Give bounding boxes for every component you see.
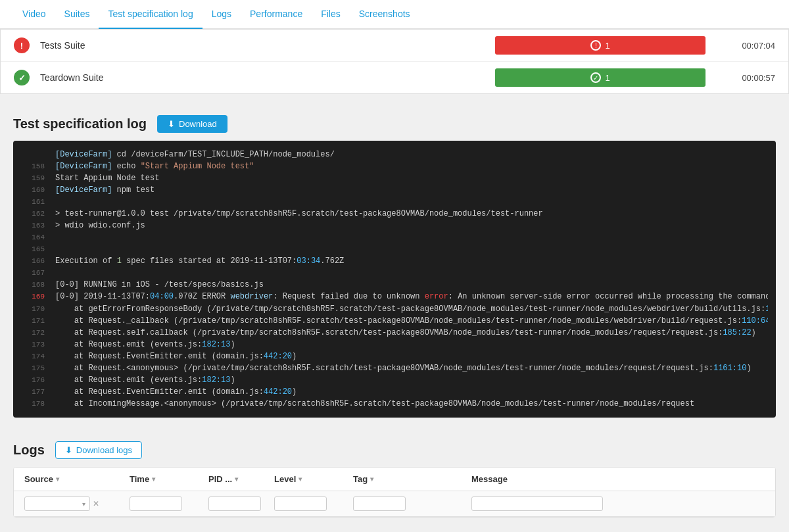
pid-filter-cell <box>208 496 274 511</box>
time-filter-cell <box>130 496 208 511</box>
code-line: 161 <box>13 196 776 208</box>
code-line: 177 at Request.EventEmitter.emit (domain… <box>13 386 776 398</box>
download-label: Download <box>179 119 217 129</box>
nav-files[interactable]: Files <box>312 0 350 29</box>
col-tag-header: Tag <box>353 474 471 484</box>
code-line: 159 Start Appium Node test <box>13 172 776 184</box>
code-line: 167 <box>13 267 776 279</box>
suite-bar-area: ✓ 1 <box>489 68 712 87</box>
download-logs-button[interactable]: ⬇ Download logs <box>55 441 142 459</box>
code-line: 170 at getErrorFromResponseBody (/privat… <box>13 302 776 315</box>
bar-success-icon: ✓ <box>590 72 601 83</box>
source-select-chevron <box>82 499 85 508</box>
suite-duration: 00:07:04 <box>723 41 775 51</box>
code-line: 171 at Request._callback (/private/tmp/s… <box>13 315 776 327</box>
top-nav: Video Suites Test specification log Logs… <box>0 0 789 29</box>
code-line: 176 at Request.emit (events.js:182:13) <box>13 374 776 386</box>
tag-filter-cell <box>353 496 471 511</box>
test-spec-log-title: Test specification log <box>13 116 147 132</box>
code-line: 166 Execution of 1 spec files started at… <box>13 255 776 267</box>
code-line: 168 [0-0] RUNNING in iOS - /test/specs/b… <box>13 279 776 291</box>
table-row: ! Tests Suite ! 1 00:07:04 <box>1 30 788 62</box>
code-line: 163 > wdio wdio.conf.js <box>13 220 776 231</box>
col-message-header: Message <box>471 474 765 484</box>
bar-error-icon: ! <box>590 40 601 51</box>
col-time-header: Time <box>130 474 208 484</box>
download-icon: ⬇ <box>168 119 175 129</box>
suite-bar-area: ! 1 <box>489 36 712 55</box>
logs-table-header: Source Time PID ... Level Tag Message <box>14 468 775 491</box>
bar-count: 1 <box>605 73 610 83</box>
nav-video[interactable]: Video <box>13 0 55 29</box>
pid-filter-input[interactable] <box>208 496 261 511</box>
spec-log-code-block: [DeviceFarm] cd /deviceFarm/TEST_INCLUDE… <box>13 141 776 418</box>
logs-title: Logs <box>13 443 45 458</box>
pid-sort-icon[interactable] <box>235 475 238 483</box>
error-icon: ! <box>14 37 30 53</box>
nav-performance[interactable]: Performance <box>241 0 312 29</box>
log-section-header: Test specification log ⬇ Download <box>13 115 776 133</box>
level-filter-cell <box>274 496 353 511</box>
code-line: 173 at Request.emit (events.js:182:13) <box>13 339 776 351</box>
logs-filter-row: ✕ <box>14 491 775 517</box>
nav-suites[interactable]: Suites <box>55 0 99 29</box>
logs-section-header: Logs ⬇ Download logs <box>13 441 776 459</box>
code-line: 178 at IncomingMessage.<anonymous> (/pri… <box>13 398 776 410</box>
code-line: 165 <box>13 243 776 255</box>
code-line: 160 [DeviceFarm] npm test <box>13 184 776 196</box>
message-filter-cell <box>471 496 765 511</box>
suite-table: ! Tests Suite ! 1 00:07:04 ✓ Teardown Su… <box>0 29 789 94</box>
suite-duration: 00:00:57 <box>723 73 775 83</box>
table-row: ✓ Teardown Suite ✓ 1 00:00:57 <box>1 62 788 93</box>
level-sort-icon[interactable] <box>299 475 302 483</box>
source-sort-icon[interactable] <box>56 475 59 483</box>
download-logs-icon: ⬇ <box>65 445 72 455</box>
col-source-header: Source <box>24 474 130 484</box>
col-level-header: Level <box>274 474 353 484</box>
code-line: 162 > test-runner@1.0.0 test /private/tm… <box>13 208 776 220</box>
col-pid-header: PID ... <box>208 474 274 484</box>
code-line: 172 at Request.self.callback (/private/t… <box>13 327 776 339</box>
nav-screenshots[interactable]: Screenshots <box>350 0 419 29</box>
code-line: 158 [DeviceFarm] echo "Start Appium Node… <box>13 160 776 172</box>
suite-name: Tests Suite <box>40 40 478 51</box>
suite-name: Teardown Suite <box>40 72 478 83</box>
test-spec-log-section: Test specification log ⬇ Download [Devic… <box>0 105 789 431</box>
level-filter-input[interactable] <box>274 496 327 511</box>
code-line: 174 at Request.EventEmitter.emit (domain… <box>13 351 776 362</box>
success-bar: ✓ 1 <box>495 68 705 87</box>
success-icon: ✓ <box>14 70 30 85</box>
message-filter-input[interactable] <box>471 496 603 511</box>
error-bar: ! 1 <box>495 36 705 55</box>
time-sort-icon[interactable] <box>152 475 155 483</box>
logs-table: Source Time PID ... Level Tag Message <box>13 467 776 518</box>
nav-logs[interactable]: Logs <box>203 0 241 29</box>
logs-section: Logs ⬇ Download logs Source Time PID ...… <box>0 431 789 531</box>
nav-test-spec-log[interactable]: Test specification log <box>99 0 202 29</box>
download-logs-label: Download logs <box>76 445 132 455</box>
download-spec-log-button[interactable]: ⬇ Download <box>157 115 227 133</box>
source-filter-select[interactable] <box>24 496 90 511</box>
code-line: 169 [0-0] 2019-11-13T07:04:00.070Z ERROR… <box>13 291 776 302</box>
tag-filter-input[interactable] <box>353 496 406 511</box>
code-line: 175 at Request.<anonymous> (/private/tmp… <box>13 362 776 374</box>
source-filter-cell: ✕ <box>24 496 130 511</box>
tag-sort-icon[interactable] <box>370 475 373 483</box>
time-filter-input[interactable] <box>130 496 182 511</box>
code-line: 164 <box>13 231 776 243</box>
code-line: [DeviceFarm] cd /deviceFarm/TEST_INCLUDE… <box>13 149 776 160</box>
source-filter-clear[interactable]: ✕ <box>93 499 99 508</box>
bar-count: 1 <box>605 41 610 51</box>
